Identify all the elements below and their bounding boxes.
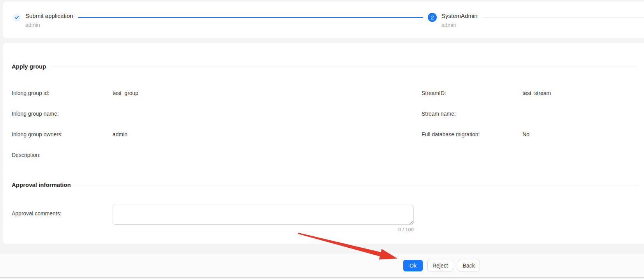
page-background: Submit application admin 2 SystemAdmin a… bbox=[0, 0, 644, 279]
step-title: SystemAdmin bbox=[441, 12, 478, 20]
footer-bar: Ok Reject Back bbox=[0, 254, 644, 278]
apply-group-fields: Inlong group id: test_group StreamID: te… bbox=[12, 83, 638, 165]
section-heading: Apply group bbox=[12, 62, 46, 71]
approval-comments-field: Approval comments: 0 / 100 bbox=[12, 205, 638, 233]
step-subtitle: admin bbox=[441, 21, 478, 29]
field-empty bbox=[422, 144, 638, 165]
back-button[interactable]: Back bbox=[458, 260, 480, 271]
approval-form-card: Apply group Inlong group id: test_group … bbox=[3, 43, 644, 244]
field-value: No bbox=[522, 131, 529, 137]
step-title: Submit application bbox=[25, 12, 73, 20]
field-label: Inlong group owners: bbox=[12, 131, 113, 137]
field-value: admin bbox=[113, 131, 127, 137]
reject-button[interactable]: Reject bbox=[427, 260, 453, 271]
field-label: Description: bbox=[12, 152, 113, 158]
field-label: Approval comments: bbox=[12, 205, 113, 233]
approval-comments-textarea[interactable] bbox=[113, 205, 414, 225]
field-label: Inlong group id: bbox=[12, 90, 113, 96]
section-divider bbox=[76, 185, 638, 185]
step-submit-application: Submit application admin bbox=[13, 12, 73, 29]
steps-bar: Submit application admin 2 SystemAdmin a… bbox=[3, 2, 644, 29]
field-value: test_group bbox=[113, 90, 138, 96]
field-label: Full database migration: bbox=[422, 131, 522, 137]
approval-information-section-header: Approval information bbox=[12, 181, 638, 189]
step-number-badge: 2 bbox=[428, 13, 437, 22]
field-inlong-group-owners: Inlong group owners: admin bbox=[12, 124, 422, 144]
ok-button[interactable]: Ok bbox=[403, 260, 423, 271]
check-icon bbox=[13, 14, 21, 21]
step-system-admin: 2 SystemAdmin admin bbox=[428, 12, 478, 29]
field-inlong-group-id: Inlong group id: test_group bbox=[12, 83, 422, 103]
field-description: Description: bbox=[12, 144, 422, 165]
field-label: Stream name: bbox=[422, 111, 522, 117]
step-subtitle: admin bbox=[25, 21, 73, 29]
field-inlong-group-name: Inlong group name: bbox=[12, 103, 422, 124]
step-connector-pending bbox=[482, 17, 644, 18]
section-heading: Approval information bbox=[12, 181, 71, 189]
steps-card: Submit application admin 2 SystemAdmin a… bbox=[3, 2, 644, 38]
field-value: test_stream bbox=[522, 90, 551, 96]
apply-group-section-header: Apply group bbox=[12, 62, 638, 71]
field-label: StreamID: bbox=[422, 90, 522, 96]
field-full-database-migration: Full database migration: No bbox=[422, 124, 638, 144]
section-divider bbox=[51, 67, 638, 67]
step-connector-finished bbox=[78, 17, 423, 18]
field-stream-name: Stream name: bbox=[422, 103, 638, 124]
field-label: Inlong group name: bbox=[12, 111, 113, 117]
char-counter: 0 / 100 bbox=[113, 226, 414, 233]
field-stream-id: StreamID: test_stream bbox=[422, 83, 638, 103]
